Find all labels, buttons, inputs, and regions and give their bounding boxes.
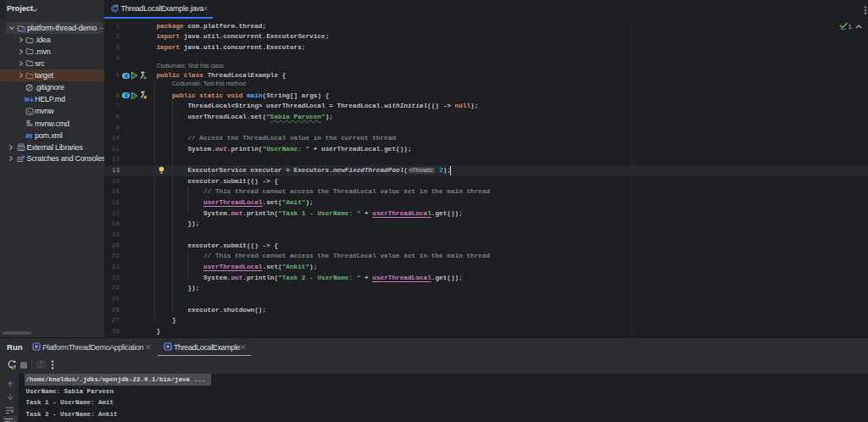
svg-text:M: M — [25, 96, 30, 103]
svg-text:m: m — [25, 131, 32, 140]
